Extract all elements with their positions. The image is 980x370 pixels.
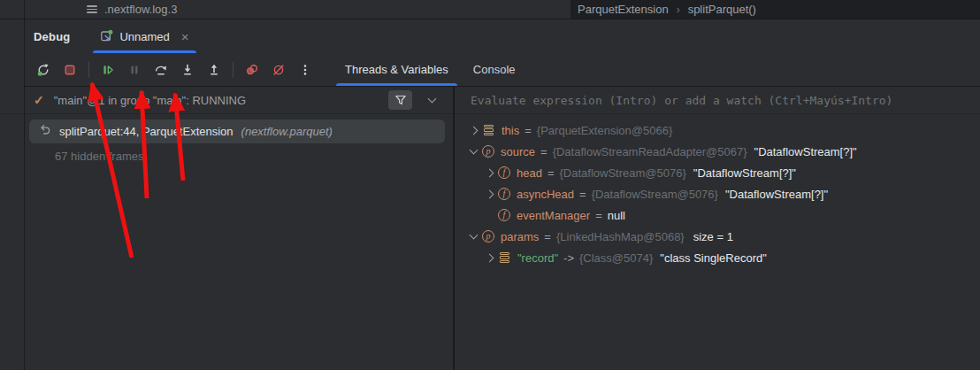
tab-label: Unnamed: [119, 30, 169, 43]
debug-tool-window-header: Debug Unnamed ×: [25, 20, 980, 53]
field-icon: f: [498, 209, 510, 221]
chevron-right-icon[interactable]: [482, 183, 496, 204]
tab-unnamed[interactable]: Unnamed ×: [93, 20, 195, 53]
variable-ref: {DataflowStreamReadAdapter@5067}: [553, 145, 747, 158]
step-into-button[interactable]: [175, 58, 200, 81]
variable-ref: {LinkedHashMap@5068}: [556, 230, 685, 243]
variable-row-source[interactable]: p source = {DataflowStreamReadAdapter@50…: [455, 141, 980, 162]
variable-name: head: [517, 166, 542, 180]
tab-console[interactable]: Console: [461, 53, 528, 86]
variable-ref: {DataflowStream@5076}: [560, 166, 686, 180]
pause-button[interactable]: [122, 58, 147, 81]
filter-button[interactable]: [388, 90, 412, 110]
variable-value: "DataflowStream[?]": [754, 145, 857, 158]
chevron-down-icon[interactable]: [466, 141, 480, 162]
view-breakpoints-button[interactable]: [240, 58, 264, 81]
tab-label: Console: [473, 63, 516, 76]
ide-debug-panel: .nextflow.log.3 ParquetExtension › split…: [0, 0, 980, 370]
top-strip: .nextflow.log.3 ParquetExtension › split…: [0, 0, 980, 19]
stack-frame-row[interactable]: splitParquet:44, ParquetExtension (nextf…: [29, 119, 445, 143]
variable-name: params: [501, 230, 539, 243]
debug-session-tab-icon: [100, 29, 113, 45]
chevron-right-icon[interactable]: [482, 247, 496, 268]
debug-title: Debug: [34, 30, 70, 43]
variable-row-record[interactable]: "record" -> {Class@5074} "class SingleRe…: [455, 247, 980, 268]
variable-row-asynchead[interactable]: f asyncHead = {DataflowStream@5076} "Dat…: [455, 183, 980, 204]
variable-separator: =: [524, 124, 532, 137]
evaluate-placeholder: Evaluate expression (Intro) or add a wat…: [471, 94, 892, 107]
toolbar-separator: [233, 62, 234, 78]
variable-separator: =: [579, 188, 586, 201]
variable-ref: {ParquetExtension@5066}: [537, 124, 672, 137]
more-options-button[interactable]: [293, 58, 318, 81]
variable-row-params[interactable]: p params = {LinkedHashMap@5068} size = 1: [455, 226, 980, 247]
debugger-content: ✓ "main"@1 in group "main": RUNNING: [0, 87, 980, 370]
tab-label: Threads & Variables: [345, 63, 448, 76]
field-icon: f: [498, 166, 510, 179]
debug-toolbar: Threads & Variables Console: [25, 53, 980, 87]
resume-button[interactable]: [96, 58, 120, 81]
step-over-button[interactable]: [149, 58, 173, 81]
variables-tree: this = {ParquetExtension@5066} p source …: [455, 114, 980, 268]
chevron-placeholder: [482, 204, 496, 226]
chevron-down-icon[interactable]: [428, 95, 437, 104]
parameter-icon: p: [482, 230, 494, 243]
value-stack-icon: [482, 125, 495, 135]
frame-icon: [39, 124, 51, 139]
variable-separator: ->: [563, 251, 574, 265]
value-stack-icon: [498, 252, 511, 263]
hidden-frames-row[interactable]: 67 hidden frames: [55, 150, 453, 163]
variable-separator: =: [595, 209, 602, 222]
variable-name: this: [501, 124, 519, 137]
close-icon[interactable]: ×: [181, 30, 189, 43]
tab-threads-variables[interactable]: Threads & Variables: [333, 53, 461, 86]
editor-breadcrumb-bar: ParquetExtension › splitParquet(): [570, 0, 980, 19]
threads-panel: ✓ "main"@1 in group "main": RUNNING: [0, 87, 453, 370]
frames-list: splitParquet:44, ParquetExtension (nextf…: [0, 114, 453, 163]
variable-name: asyncHead: [517, 188, 574, 201]
stop-button[interactable]: [57, 58, 82, 81]
step-out-button[interactable]: [202, 58, 226, 81]
variable-row-eventmanager[interactable]: f eventManager = null: [455, 204, 980, 226]
thread-status-text: "main"@1 in group "main": RUNNING: [54, 94, 246, 107]
variable-separator: =: [547, 166, 555, 180]
tool-window-edge: [24, 0, 25, 370]
tree-item-label: .nextflow.log.3: [104, 3, 177, 16]
variable-ref: {DataflowStream@5076}: [592, 188, 718, 201]
chevron-right-icon[interactable]: [466, 119, 480, 141]
variable-name: eventManager: [517, 209, 590, 222]
thread-status-bar[interactable]: ✓ "main"@1 in group "main": RUNNING: [0, 87, 453, 114]
variable-value: null: [608, 209, 625, 222]
variable-name: source: [501, 145, 535, 158]
breadcrumb: ParquetExtension › splitParquet(): [578, 3, 756, 16]
tree-item-nextflow-log[interactable]: .nextflow.log.3: [87, 3, 177, 16]
parameter-icon: p: [482, 145, 494, 158]
variable-value: size = 1: [693, 230, 733, 243]
frame-package: (nextflow.parquet): [241, 125, 333, 138]
variable-name: "record": [517, 251, 558, 265]
log-file-icon: [87, 5, 97, 13]
debugger-view-tabs: Threads & Variables Console: [333, 53, 528, 86]
project-tree-strip: .nextflow.log.3: [0, 0, 570, 19]
variable-row-head[interactable]: f head = {DataflowStream@5076} "Dataflow…: [455, 162, 980, 183]
variable-value: "DataflowStream[?]": [725, 188, 828, 201]
toolbar-separator: [88, 62, 89, 78]
variable-ref: {Class@5074}: [579, 251, 653, 265]
evaluate-expression-bar[interactable]: Evaluate expression (Intro) or add a wat…: [455, 87, 980, 114]
thread-running-check-icon: ✓: [34, 93, 44, 107]
breadcrumb-separator-icon: ›: [677, 4, 680, 16]
chevron-down-icon[interactable]: [466, 226, 480, 247]
variables-panel: Evaluate expression (Intro) or add a wat…: [455, 87, 980, 370]
frame-title: splitParquet:44, ParquetExtension: [59, 125, 234, 138]
rerun-button[interactable]: [31, 58, 56, 81]
breadcrumb-class[interactable]: ParquetExtension: [578, 3, 669, 16]
variable-value: "DataflowStream[?]": [693, 166, 796, 180]
chevron-right-icon[interactable]: [482, 162, 496, 183]
variable-separator: =: [544, 230, 551, 243]
field-icon: f: [498, 188, 510, 200]
mute-breakpoints-button[interactable]: [266, 58, 291, 81]
breadcrumb-method[interactable]: splitParquet(): [688, 3, 756, 16]
variable-row-this[interactable]: this = {ParquetExtension@5066}: [455, 119, 980, 141]
variable-value: "class SingleRecord": [660, 251, 767, 265]
variable-separator: =: [540, 145, 547, 158]
